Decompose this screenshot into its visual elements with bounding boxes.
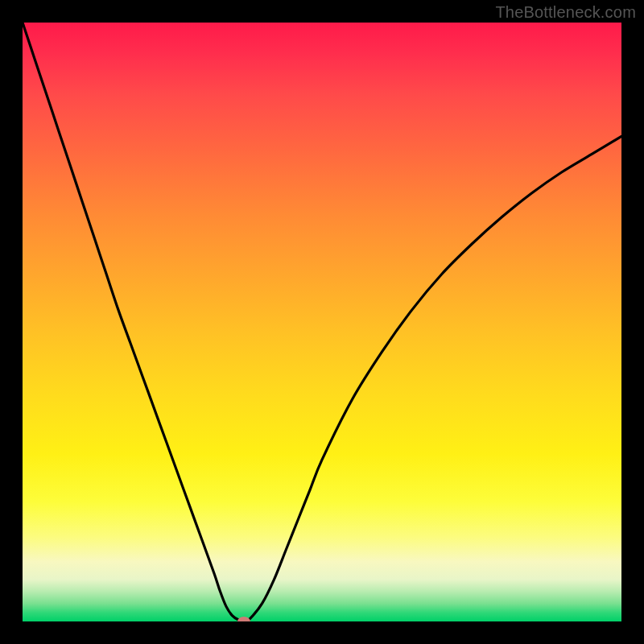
- bottleneck-curve: [23, 23, 621, 621]
- optimum-marker: [237, 617, 250, 621]
- curve-svg: [23, 23, 621, 621]
- watermark-text: TheBottleneck.com: [495, 3, 636, 22]
- plot-area: [23, 23, 621, 621]
- chart-frame: TheBottleneck.com: [0, 0, 644, 644]
